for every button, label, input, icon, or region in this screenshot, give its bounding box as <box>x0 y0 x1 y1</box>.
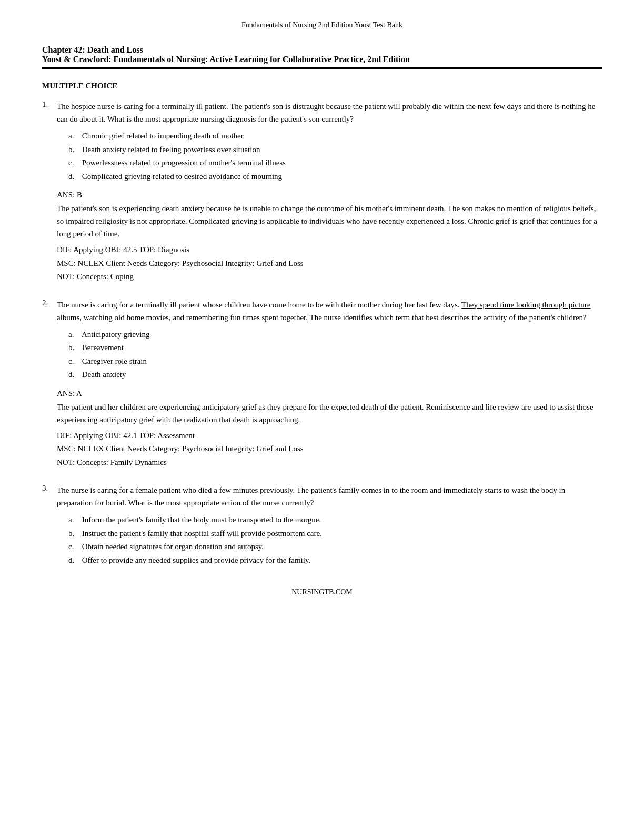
q2-text-a: Anticipatory grieving <box>82 330 150 339</box>
q2-choice-a: a. Anticipatory grieving <box>68 328 602 342</box>
q2-metadata: DIF: Applying OBJ: 42.1 TOP: Assessment … <box>57 429 602 470</box>
q1-text-a: Chronic grief related to impending death… <box>82 132 244 140</box>
q1-meta-2: MSC: NCLEX Client Needs Category: Psycho… <box>57 257 602 271</box>
question-1-number: 1. <box>42 100 57 125</box>
q2-text-b: Bereavement <box>82 343 124 352</box>
q3-choice-a: a. Inform the patient's family that the … <box>68 513 602 527</box>
q1-choice-c: c. Powerlessness related to progression … <box>68 156 602 170</box>
question-3-choices: a. Inform the patient's family that the … <box>68 513 602 567</box>
q2-label-a: a. <box>68 328 80 342</box>
q1-meta-1: DIF: Applying OBJ: 42.5 TOP: Diagnosis <box>57 243 602 257</box>
q3-label-c: c. <box>68 540 80 554</box>
q1-label-a: a. <box>68 130 80 143</box>
questions-container: 1. The hospice nurse is caring for a ter… <box>42 100 602 567</box>
page-header: Fundamentals of Nursing 2nd Edition Yoos… <box>42 21 602 29</box>
q1-text-b: Death anxiety related to feeling powerle… <box>82 145 260 154</box>
q2-underline: They spend time looking through picture … <box>57 301 590 322</box>
question-3-body: The nurse is caring for a female patient… <box>57 484 602 509</box>
q3-choice-b: b. Instruct the patient's family that ho… <box>68 527 602 541</box>
q1-choice-b: b. Death anxiety related to feeling powe… <box>68 143 602 157</box>
q2-explanation: The patient and her children are experie… <box>57 401 602 426</box>
q2-meta-3: NOT: Concepts: Family Dynamics <box>57 456 602 470</box>
q3-label-d: d. <box>68 554 80 568</box>
question-1: 1. The hospice nurse is caring for a ter… <box>42 100 602 284</box>
footer-text: NURSINGTB.COM <box>291 588 353 596</box>
q2-choice-d: d. Death anxiety <box>68 368 602 382</box>
chapter-title: Chapter 42: Death and Loss <box>42 45 602 55</box>
chapter-title-block: Chapter 42: Death and Loss Yoost & Crawf… <box>42 45 602 64</box>
q1-label-c: c. <box>68 156 80 170</box>
q2-meta-1: DIF: Applying OBJ: 42.1 TOP: Assessment <box>57 429 602 443</box>
q3-choice-c: c. Obtain needed signatures for organ do… <box>68 540 602 554</box>
section-title: MULTIPLE CHOICE <box>42 82 602 91</box>
q1-explanation: The patient's son is experiencing death … <box>57 202 602 240</box>
question-2-body: The nurse is caring for a terminally ill… <box>57 299 602 324</box>
q1-text-c: Powerlessness related to progression of … <box>82 158 286 167</box>
q1-metadata: DIF: Applying OBJ: 42.5 TOP: Diagnosis M… <box>57 243 602 284</box>
page-footer: NURSINGTB.COM <box>42 588 602 597</box>
q2-label-c: c. <box>68 355 80 369</box>
q3-text-c: Obtain needed signatures for organ donat… <box>82 542 264 551</box>
q2-text-c: Caregiver role strain <box>82 357 147 365</box>
question-3-text: 3. The nurse is caring for a female pati… <box>42 484 602 509</box>
chapter-subtitle: Yoost & Crawford: Fundamentals of Nursin… <box>42 55 602 64</box>
question-3-number: 3. <box>42 484 57 509</box>
q2-choice-c: c. Caregiver role strain <box>68 355 602 369</box>
q3-choice-d: d. Offer to provide any needed supplies … <box>68 554 602 568</box>
question-2-answer: ANS: A The patient and her children are … <box>57 387 602 470</box>
q1-text-d: Complicated grieving related to desired … <box>82 172 282 181</box>
q2-ans-label: ANS: A <box>57 387 602 400</box>
question-1-body: The hospice nurse is caring for a termin… <box>57 100 602 125</box>
question-1-answer: ANS: B The patient's son is experiencing… <box>57 188 602 284</box>
q1-choice-d: d. Complicated grieving related to desir… <box>68 170 602 184</box>
q3-text-a: Inform the patient's family that the bod… <box>82 515 321 524</box>
q3-text-b: Instruct the patient's family that hospi… <box>82 529 322 538</box>
question-2-text: 2. The nurse is caring for a terminally … <box>42 299 602 324</box>
header-divider <box>42 67 602 69</box>
q2-ans-text: ANS: A <box>57 389 82 398</box>
question-3: 3. The nurse is caring for a female pati… <box>42 484 602 567</box>
q1-ans-label: ANS: B <box>57 188 602 201</box>
header-title: Fundamentals of Nursing 2nd Edition Yoos… <box>242 21 402 29</box>
question-1-choices: a. Chronic grief related to impending de… <box>68 130 602 183</box>
q1-choice-a: a. Chronic grief related to impending de… <box>68 130 602 143</box>
question-2-choices: a. Anticipatory grieving b. Bereavement … <box>68 328 602 382</box>
q3-text-d: Offer to provide any needed supplies and… <box>82 556 310 564</box>
question-2: 2. The nurse is caring for a terminally … <box>42 299 602 470</box>
q1-label-d: d. <box>68 170 80 184</box>
q2-text-d: Death anxiety <box>82 370 126 379</box>
q1-meta-3: NOT: Concepts: Coping <box>57 270 602 284</box>
q2-choice-b: b. Bereavement <box>68 341 602 355</box>
q1-ans-text: ANS: B <box>57 191 82 199</box>
q2-meta-2: MSC: NCLEX Client Needs Category: Psycho… <box>57 442 602 456</box>
q3-label-a: a. <box>68 513 80 527</box>
q2-label-d: d. <box>68 368 80 382</box>
q1-label-b: b. <box>68 143 80 157</box>
q3-label-b: b. <box>68 527 80 541</box>
question-2-number: 2. <box>42 299 57 324</box>
q2-label-b: b. <box>68 341 80 355</box>
question-1-text: 1. The hospice nurse is caring for a ter… <box>42 100 602 125</box>
